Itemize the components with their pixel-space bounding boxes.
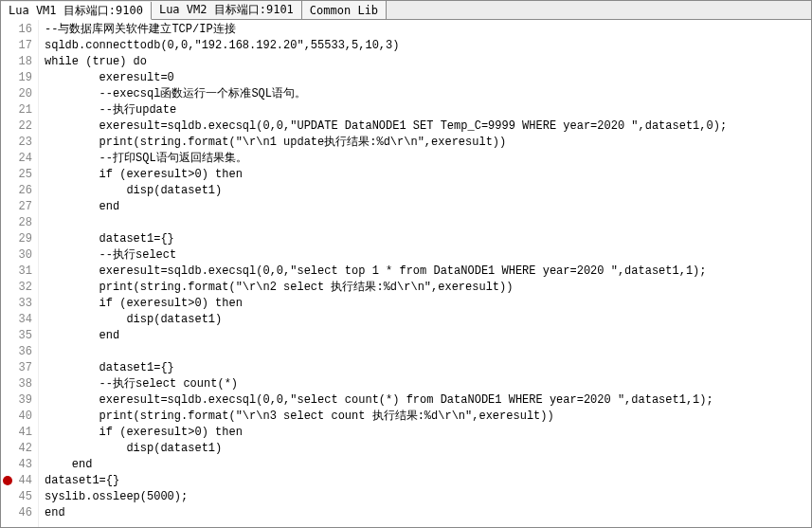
line-number: 41	[1, 425, 32, 441]
line-number: 42	[1, 441, 32, 457]
line-number: 39	[1, 392, 32, 409]
line-number: 36	[1, 344, 32, 360]
code-line[interactable]: if (exeresult>0) then	[45, 425, 811, 441]
code-line[interactable]: exeresult=0	[45, 70, 811, 86]
code-line[interactable]: --执行select	[45, 247, 811, 264]
code-line[interactable]: end	[45, 199, 811, 215]
line-number: 22	[1, 118, 32, 135]
code-line[interactable]: print(string.format("\r\n2 select 执行结果:%…	[45, 280, 811, 296]
code-line[interactable]	[45, 344, 811, 360]
line-number: 37	[1, 360, 32, 376]
tab-bar: Lua VM1 目标端口:9100 Lua VM2 目标端口:9101 Comm…	[1, 1, 811, 20]
line-number: 16	[1, 22, 32, 38]
line-number: 31	[1, 264, 32, 280]
code-line[interactable]: if (exeresult>0) then	[45, 167, 811, 183]
tab-vm2[interactable]: Lua VM2 目标端口:9101	[152, 1, 302, 19]
tab-common-lib[interactable]: Common Lib	[302, 1, 387, 19]
line-number: 25	[1, 167, 32, 183]
code-line[interactable]: syslib.ossleep(5000);	[45, 489, 811, 505]
code-line[interactable]: --执行update	[45, 102, 811, 118]
line-number: 38	[1, 376, 32, 392]
line-number: 40	[1, 409, 32, 425]
code-line[interactable]: end	[45, 328, 811, 344]
tab-vm1[interactable]: Lua VM1 目标端口:9100	[1, 2, 152, 20]
code-line[interactable]: end	[45, 457, 811, 473]
code-line[interactable]: exeresult=sqldb.execsql(0,0,"select coun…	[45, 392, 811, 409]
code-line[interactable]: print(string.format("\r\n1 update执行结果:%d…	[45, 135, 811, 151]
code-line[interactable]: disp(dataset1)	[45, 312, 811, 328]
code-line[interactable]: dataset1={}	[45, 473, 811, 489]
line-number: 34	[1, 312, 32, 328]
line-number: 21	[1, 102, 32, 118]
code-line[interactable]: dataset1={}	[45, 360, 811, 376]
line-number: 32	[1, 280, 32, 296]
line-number: 45	[1, 489, 32, 505]
line-number: 29	[1, 231, 32, 247]
code-line[interactable]	[45, 215, 811, 231]
line-number: 46	[1, 505, 32, 521]
code-line[interactable]: --execsql函数运行一个标准SQL语句。	[45, 86, 811, 102]
line-number: 26	[1, 183, 32, 199]
code-line[interactable]: while (true) do	[45, 54, 811, 70]
line-number: 43	[1, 457, 32, 473]
code-line[interactable]: if (exeresult>0) then	[45, 296, 811, 312]
line-number: 28	[1, 215, 32, 231]
code-editor[interactable]: 1617181920212223242526272829303132333435…	[1, 20, 811, 527]
code-line[interactable]: dataset1={}	[45, 231, 811, 247]
code-line[interactable]: --与数据库网关软件建立TCP/IP连接	[45, 22, 811, 38]
line-number: 33	[1, 296, 32, 312]
line-number: 20	[1, 86, 32, 102]
line-number: 18	[1, 54, 32, 70]
line-number: 35	[1, 328, 32, 344]
code-line[interactable]: exeresult=sqldb.execsql(0,0,"UPDATE Data…	[45, 118, 811, 135]
code-area[interactable]: --与数据库网关软件建立TCP/IP连接sqldb.connecttodb(0,…	[39, 20, 811, 527]
breakpoint-icon[interactable]	[3, 476, 12, 485]
line-number: 27	[1, 199, 32, 215]
code-line[interactable]: disp(dataset1)	[45, 441, 811, 457]
line-number: 19	[1, 70, 32, 86]
line-number: 30	[1, 247, 32, 264]
code-line[interactable]: print(string.format("\r\n3 select count …	[45, 409, 811, 425]
line-number: 44	[1, 473, 32, 489]
line-gutter: 1617181920212223242526272829303132333435…	[1, 20, 39, 527]
code-line[interactable]: exeresult=sqldb.execsql(0,0,"select top …	[45, 264, 811, 280]
line-number: 24	[1, 151, 32, 167]
code-line[interactable]: disp(dataset1)	[45, 183, 811, 199]
code-line[interactable]: --打印SQL语句返回结果集。	[45, 151, 811, 167]
code-line[interactable]: end	[45, 505, 811, 521]
code-line[interactable]: --执行select count(*)	[45, 376, 811, 392]
line-number: 17	[1, 38, 32, 54]
code-line[interactable]: sqldb.connecttodb(0,0,"192.168.192.20",5…	[45, 38, 811, 54]
line-number: 23	[1, 135, 32, 151]
